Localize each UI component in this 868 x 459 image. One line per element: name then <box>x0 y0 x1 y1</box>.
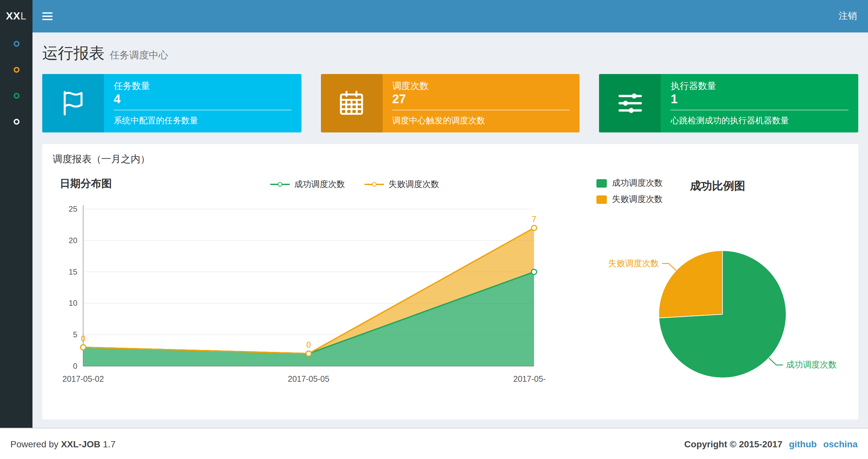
info-box-body: 执行器数量 1 心跳检测成功的执行器机器数量 <box>661 74 858 132</box>
top-navbar: XXL 注销 <box>0 0 868 32</box>
logo-text-bold: XX <box>6 10 21 22</box>
main-area: 运行报表任务调度中心 任务数量 4 系统中配置的任务数量 <box>0 32 868 428</box>
info-box-value: 1 <box>671 92 848 106</box>
svg-text:成功调度次数: 成功调度次数 <box>786 360 837 369</box>
line-chart-header: 日期分布图 成功调度次数 <box>52 177 559 191</box>
legend-label: 成功调度次数 <box>294 178 345 190</box>
info-box-row: 任务数量 4 系统中配置的任务数量 <box>42 74 858 132</box>
pie-chart-title: 成功比例图 <box>690 178 745 194</box>
svg-text:7: 7 <box>532 215 536 224</box>
info-box-title: 调度次数 <box>392 80 570 92</box>
info-box-description: 心跳检测成功的执行器机器数量 <box>671 115 848 127</box>
line-marker-icon <box>270 180 290 188</box>
legend-label: 失败调度次数 <box>612 194 663 205</box>
hamburger-icon[interactable] <box>32 0 62 32</box>
copyright-area: Copyright © 2015-2017 github oschina <box>684 438 858 449</box>
info-box-value: 27 <box>392 92 570 106</box>
logout-button[interactable]: 注销 <box>828 0 868 32</box>
footer: Powered by XXL-JOB 1.7 Copyright © 2015-… <box>0 428 868 459</box>
info-box-divider <box>671 110 848 110</box>
navbar-spacer <box>62 0 828 32</box>
success-ratio-section: 成功调度次数 失败调度次数 成功比例图 成功调度次数失败调度次数 <box>559 173 848 402</box>
sidebar-item-2 circle-outline-icon[interactable] <box>13 67 19 73</box>
logo[interactable]: XXL <box>0 0 32 32</box>
flag-icon <box>42 74 104 132</box>
svg-text:5: 5 <box>73 330 77 339</box>
legend-item-fail[interactable]: 失败调度次数 <box>596 194 663 205</box>
calendar-icon <box>321 74 382 132</box>
legend-item-fail[interactable]: 失败调度次数 <box>365 178 439 190</box>
svg-text:20: 20 <box>68 236 77 245</box>
info-box-title: 任务数量 <box>114 80 291 92</box>
sidebar <box>0 32 32 428</box>
info-box-triggers: 调度次数 27 调度中心触发的调度次数 <box>321 74 580 132</box>
date-distribution-chart: 05101520252017-05-022017-05-052017-05-08… <box>52 199 546 395</box>
info-box-jobs: 任务数量 4 系统中配置的任务数量 <box>42 74 301 132</box>
sliders-icon <box>599 74 661 132</box>
info-box-divider <box>392 110 570 110</box>
powered-by: Powered by XXL-JOB 1.7 <box>10 438 116 449</box>
info-box-executors: 执行器数量 1 心跳检测成功的执行器机器数量 <box>599 74 858 132</box>
svg-text:0: 0 <box>73 362 77 370</box>
svg-text:2017-05-02: 2017-05-02 <box>62 374 104 383</box>
brand-name: XXL-JOB <box>61 438 100 449</box>
app-root: XXL 注销 运行报表任务调度中心 <box>0 0 868 459</box>
page-subtitle: 任务调度中心 <box>110 50 168 60</box>
sidebar-item-3 circle-outline-icon[interactable] <box>13 93 19 99</box>
info-box-description: 系统中配置的任务数量 <box>114 115 291 127</box>
info-box-title: 执行器数量 <box>671 80 848 92</box>
legend-label: 成功调度次数 <box>612 177 663 189</box>
info-box-body: 调度次数 27 调度中心触发的调度次数 <box>382 74 580 132</box>
info-box-divider <box>114 110 291 110</box>
footer-links: github oschina <box>789 438 858 449</box>
copyright-text: Copyright © 2015-2017 <box>684 438 782 449</box>
logo-text-light: L <box>21 10 27 22</box>
legend-label: 失败调度次数 <box>389 178 439 190</box>
info-box-description: 调度中心触发的调度次数 <box>392 115 570 127</box>
svg-text:25: 25 <box>68 204 77 213</box>
info-box-body: 任务数量 4 系统中配置的任务数量 <box>104 74 301 132</box>
powered-by-prefix: Powered by <box>10 438 59 449</box>
line-marker-icon <box>365 180 384 188</box>
svg-text:失败调度次数: 失败调度次数 <box>608 258 659 268</box>
line-chart-title: 日期分布图 <box>60 177 190 191</box>
github-link[interactable]: github <box>789 438 817 449</box>
panel-body: 日期分布图 成功调度次数 <box>42 169 858 419</box>
svg-text:0: 0 <box>81 334 86 343</box>
report-panel: 调度报表（一月之内） 日期分布图 成功调度次数 <box>42 144 858 419</box>
legend-swatch-icon <box>596 195 607 203</box>
content: 运行报表任务调度中心 任务数量 4 系统中配置的任务数量 <box>32 32 868 428</box>
legend-swatch-icon <box>596 179 607 187</box>
legend-item-success[interactable]: 成功调度次数 <box>596 177 663 189</box>
page-title-text: 运行报表 <box>42 44 104 62</box>
success-ratio-pie-chart: 成功调度次数失败调度次数 <box>559 205 851 400</box>
sidebar-item-1 circle-outline-icon[interactable] <box>13 41 19 47</box>
info-box-value: 4 <box>114 92 291 106</box>
line-chart-legend: 成功调度次数 失败调度次数 <box>190 178 520 190</box>
date-distribution-section: 日期分布图 成功调度次数 <box>52 173 559 402</box>
pie-chart-legend: 成功调度次数 失败调度次数 <box>596 177 663 205</box>
page-title: 运行报表任务调度中心 <box>42 43 858 64</box>
svg-text:2017-05-05: 2017-05-05 <box>288 374 330 383</box>
version: 1.7 <box>103 438 116 449</box>
panel-title: 调度报表（一月之内） <box>42 144 858 169</box>
sidebar-item-4 circle-outline-icon[interactable] <box>13 119 19 125</box>
svg-text:15: 15 <box>68 267 77 276</box>
legend-item-success[interactable]: 成功调度次数 <box>270 178 345 190</box>
pie-chart-header: 成功调度次数 失败调度次数 成功比例图 <box>559 173 848 205</box>
svg-text:2017-05-08: 2017-05-08 <box>513 374 546 383</box>
svg-text:10: 10 <box>68 299 77 307</box>
oschina-link[interactable]: oschina <box>823 438 858 449</box>
svg-text:0: 0 <box>306 340 311 349</box>
